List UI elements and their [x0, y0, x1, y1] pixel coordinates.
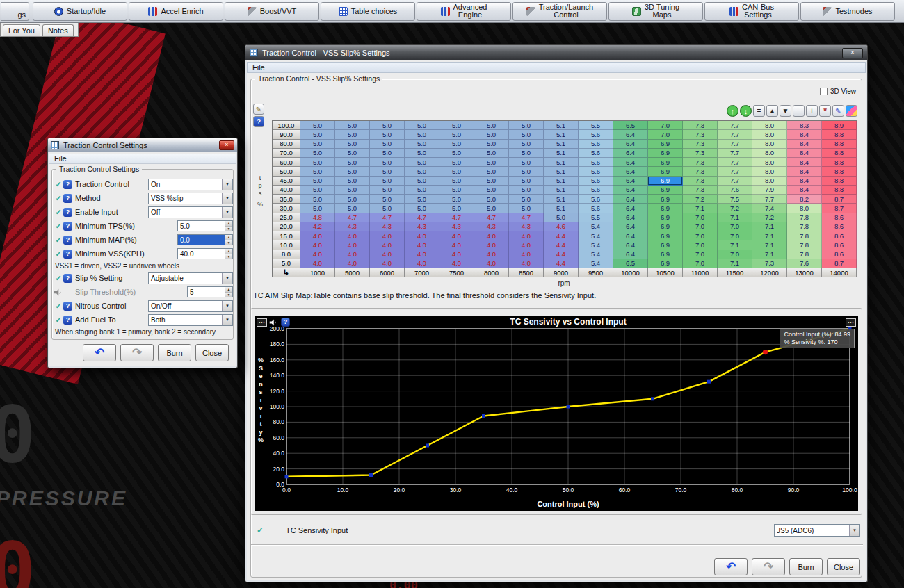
table-cell[interactable]: 5.0	[439, 130, 474, 139]
table-cell[interactable]: 8.2	[787, 195, 822, 204]
table-cell[interactable]: 4.0	[439, 240, 474, 250]
close-button[interactable]: Close	[827, 558, 860, 575]
table-cell[interactable]: 5.0	[335, 149, 370, 158]
redo-button[interactable]: ↷	[120, 344, 154, 361]
traction-control-dropdown[interactable]: On▼	[148, 179, 233, 190]
table-cell[interactable]: 4.7	[474, 213, 509, 222]
table-cell[interactable]: 5.6	[579, 149, 613, 158]
table-cell[interactable]: 7.4	[752, 204, 787, 213]
table-cell[interactable]: 7.8	[787, 213, 822, 222]
table-cell[interactable]: 4.0	[474, 250, 509, 259]
table-cell[interactable]: 7.7	[752, 195, 787, 204]
table-cell[interactable]: 4.6	[544, 222, 579, 231]
table-cell[interactable]: 5.0	[509, 121, 544, 130]
col-label[interactable]: 8000	[474, 268, 509, 277]
row-label[interactable]: 25.0	[273, 213, 300, 222]
help-icon[interactable]: ?	[63, 236, 72, 245]
table-cell[interactable]: 5.0	[474, 167, 509, 176]
table-cell[interactable]: 5.0	[405, 195, 439, 204]
table-cell[interactable]: 5.0	[370, 130, 405, 139]
table-cell[interactable]: 6.9	[648, 204, 683, 213]
table-cell[interactable]: 6.4	[613, 240, 648, 250]
col-label[interactable]: 7500	[439, 268, 474, 277]
table-cell[interactable]: 5.0	[405, 186, 439, 195]
table-cell[interactable]: 6.4	[613, 195, 648, 204]
set-equal-button[interactable]: =	[753, 105, 765, 117]
table-cell[interactable]: 5.6	[579, 204, 613, 213]
table-cell[interactable]: 5.0	[335, 204, 370, 213]
table-cell[interactable]: 4.0	[474, 231, 509, 240]
table-cell[interactable]: 5.0	[405, 149, 439, 158]
spinner-down-icon[interactable]: ▼	[225, 240, 232, 245]
toolbar-button-testmodes[interactable]: Testmodes	[800, 2, 895, 21]
table-cell[interactable]: 7.8	[787, 240, 822, 250]
table-cell[interactable]: 4.0	[405, 231, 439, 240]
table-cell[interactable]: 5.1	[544, 204, 579, 213]
palette-button[interactable]	[846, 105, 857, 117]
table-cell[interactable]: 5.0	[370, 149, 405, 158]
chart-options-button[interactable]: ⋯	[257, 318, 267, 327]
table-cell[interactable]: 5.0	[300, 177, 335, 186]
checkbox-icon[interactable]	[820, 88, 828, 95]
spinner-down-icon[interactable]: ▼	[225, 227, 232, 231]
row-label[interactable]: 15.0	[273, 231, 300, 240]
table-cell[interactable]: 7.1	[718, 213, 752, 222]
redo-button[interactable]: ↷	[752, 558, 785, 575]
table-cell[interactable]: 8.0	[752, 167, 787, 176]
col-label[interactable]: 10000	[613, 268, 648, 277]
table-cell[interactable]: 8.0	[752, 130, 787, 139]
table-cell[interactable]: 4.0	[370, 240, 405, 250]
spinner-down-icon[interactable]: ▼	[225, 254, 232, 259]
burn-button[interactable]: Burn	[158, 344, 191, 361]
col-label[interactable]: 11000	[683, 268, 718, 277]
table-cell[interactable]: 5.0	[335, 186, 370, 195]
table-cell[interactable]: 4.0	[509, 231, 544, 240]
table-cell[interactable]: 5.1	[544, 167, 579, 176]
table-cell[interactable]: 5.0	[405, 177, 439, 186]
table-cell[interactable]: 4.3	[405, 222, 439, 231]
col-label[interactable]: 12000	[752, 268, 787, 277]
table-cell[interactable]: 5.0	[335, 167, 370, 176]
table-cell[interactable]: 7.0	[718, 222, 752, 231]
table-cell[interactable]: 4.7	[439, 213, 474, 222]
table-cell[interactable]: 8.0	[752, 177, 787, 186]
table-cell[interactable]: 8.0	[752, 140, 787, 149]
burn-button[interactable]: Burn	[789, 558, 823, 575]
table-cell[interactable]: 5.0	[300, 204, 335, 213]
table-cell[interactable]: 8.8	[822, 149, 857, 158]
table-cell[interactable]: 5.0	[405, 130, 439, 139]
tab-notes[interactable]: Notes	[42, 24, 74, 36]
table-cell[interactable]: 5.4	[579, 222, 613, 231]
table-cell[interactable]: 6.4	[613, 204, 648, 213]
table-cell[interactable]: 5.1	[544, 149, 579, 158]
table-cell[interactable]: 5.0	[509, 167, 544, 176]
row-label[interactable]: 8.0	[273, 250, 300, 259]
table-cell[interactable]: 7.0	[718, 231, 752, 240]
toolbar-button-table-choices[interactable]: Table choices	[321, 2, 415, 21]
table-cell[interactable]: 4.7	[335, 213, 370, 222]
col-label[interactable]: 9500	[579, 268, 613, 277]
toolbar-button-boost-vvt[interactable]: Boost/VVT	[225, 2, 319, 21]
table-cell[interactable]: 7.3	[752, 259, 787, 268]
table-cell[interactable]: 6.4	[613, 231, 648, 240]
table-cell[interactable]: 5.1	[544, 195, 579, 204]
table-cell[interactable]: 5.0	[405, 121, 439, 130]
help-icon[interactable]: ?	[63, 194, 72, 203]
table-cell[interactable]: 7.0	[683, 213, 718, 222]
spinner-up-icon[interactable]: ▲	[225, 235, 232, 240]
table-cell[interactable]: 8.3	[787, 121, 822, 130]
multiply-button[interactable]: *	[819, 105, 831, 117]
row-label[interactable]: 70.0	[273, 149, 300, 158]
table-cell[interactable]: 8.4	[787, 167, 822, 176]
table-cell[interactable]: 4.0	[335, 259, 370, 268]
window-titlebar[interactable]: Traction Control - VSS Slip% Settings ×	[245, 45, 867, 60]
table-cell[interactable]: 7.2	[718, 204, 752, 213]
table-cell[interactable]: 8.8	[822, 186, 857, 195]
table-cell[interactable]: 4.0	[300, 231, 335, 240]
minimum-map-spinner[interactable]: 0.0▲▼	[177, 234, 233, 245]
spinner-up-icon[interactable]: ▲	[225, 249, 232, 254]
table-cell[interactable]: 5.1	[544, 130, 579, 139]
table-cell[interactable]: 7.9	[752, 186, 787, 195]
table-cell[interactable]: 5.0	[474, 204, 509, 213]
table-cell[interactable]: 5.0	[405, 140, 439, 149]
